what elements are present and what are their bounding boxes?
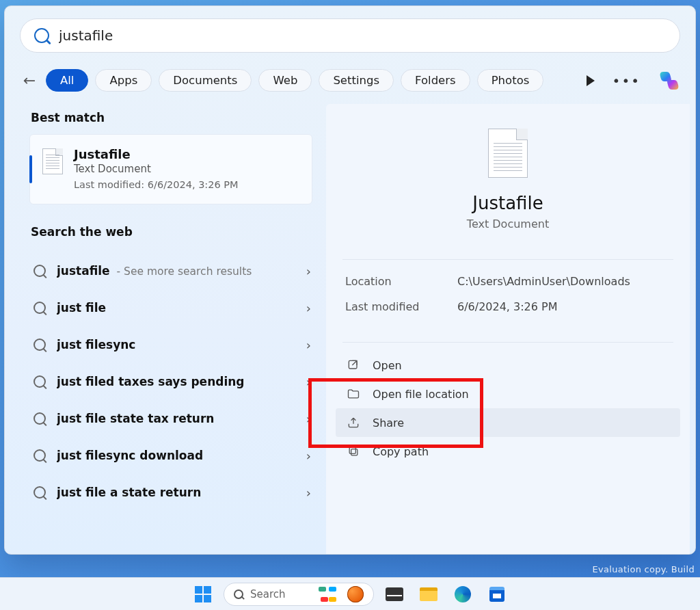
action-share-label: Share (373, 416, 404, 429)
web-suggestion[interactable]: just filed taxes says pending› (29, 363, 321, 400)
search-icon (33, 412, 46, 425)
folder-icon (347, 387, 360, 401)
web-suggestion[interactable]: justafile - See more search results› (29, 252, 321, 289)
chip-photos[interactable]: Photos (477, 69, 544, 92)
best-match-title: Justafile (74, 147, 239, 161)
chevron-right-icon: › (306, 375, 311, 389)
share-icon (347, 416, 360, 429)
folder-icon (420, 587, 438, 601)
preview-metadata: Location C:\Users\AdminUser\Downloads La… (326, 260, 690, 326)
search-icon (33, 339, 46, 351)
chip-web[interactable]: Web (258, 69, 312, 92)
chip-apps[interactable]: Apps (95, 69, 152, 92)
suggestion-text: just file state tax return (57, 412, 214, 425)
play-icon[interactable] (587, 75, 595, 86)
taskbar: Search (0, 577, 700, 610)
results-column: Best match Justafile Text Document Last … (5, 104, 326, 554)
suggestion-text: just file a state return (57, 486, 201, 499)
document-icon (42, 148, 63, 174)
web-suggestion[interactable]: just file state tax return› (29, 400, 321, 437)
search-bar[interactable] (20, 18, 680, 53)
preview-pane: Justafile Text Document Location C:\User… (326, 104, 690, 554)
basketball-icon (347, 586, 364, 602)
best-match-card[interactable]: Justafile Text Document Last modified: 6… (29, 134, 312, 204)
web-suggestion[interactable]: just filesync› (29, 326, 321, 363)
task-view-icon (386, 587, 403, 601)
file-explorer-button[interactable] (415, 581, 442, 608)
start-button[interactable] (189, 581, 217, 608)
web-suggestion[interactable]: just filesync download› (29, 437, 321, 474)
svg-rect-2 (349, 447, 355, 453)
search-icon (33, 302, 46, 314)
suggestion-text: just filesync (57, 338, 135, 352)
chip-settings[interactable]: Settings (319, 69, 394, 92)
svg-rect-6 (204, 595, 211, 602)
search-icon (33, 265, 46, 277)
action-copy-path-label: Copy path (373, 445, 429, 458)
best-match-subtitle: Text Document (74, 163, 239, 175)
chevron-right-icon: › (306, 338, 311, 352)
search-input[interactable] (59, 27, 666, 44)
search-icon (33, 375, 46, 388)
suggestion-text: justafile - See more search results (57, 264, 252, 278)
chevron-right-icon: › (306, 412, 311, 426)
chip-folders[interactable]: Folders (401, 69, 470, 92)
search-icon (33, 486, 46, 499)
document-icon (488, 129, 528, 178)
suggestion-text: just file (57, 301, 106, 315)
action-share[interactable]: Share (336, 408, 680, 437)
web-suggestion[interactable]: just file› (29, 289, 321, 326)
svg-rect-3 (195, 586, 202, 594)
open-icon (347, 358, 360, 372)
svg-rect-1 (351, 449, 358, 455)
back-arrow-icon[interactable]: ← (20, 72, 39, 89)
suggestion-text: just filesync download (57, 449, 203, 462)
action-open-label: Open (373, 359, 402, 372)
taskbar-search-label: Search (250, 588, 286, 600)
action-copy-path[interactable]: Copy path (336, 437, 680, 466)
copy-icon (347, 445, 360, 458)
best-match-heading: Best match (31, 111, 321, 124)
action-open-file-location[interactable]: Open file location (336, 380, 680, 408)
edge-button[interactable] (449, 581, 476, 608)
chevron-right-icon: › (306, 301, 311, 315)
suggestion-text: just filed taxes says pending (57, 375, 245, 388)
edge-icon (455, 586, 471, 602)
preview-subtitle: Text Document (467, 217, 549, 230)
chevron-right-icon: › (306, 486, 311, 500)
action-open[interactable]: Open (336, 351, 680, 380)
web-suggestion-list: justafile - See more search results›just… (29, 252, 321, 511)
modified-value: 6/6/2024, 3:26 PM (457, 300, 558, 313)
action-open-location-label: Open file location (373, 388, 469, 401)
location-value: C:\Users\AdminUser\Downloads (457, 275, 630, 288)
search-icon (33, 449, 46, 462)
filter-chips: ← All Apps Documents Web Settings Folder… (20, 69, 680, 92)
search-popup: ← All Apps Documents Web Settings Folder… (4, 5, 696, 555)
more-icon[interactable]: ••• (612, 72, 641, 89)
location-label: Location (345, 275, 427, 288)
copilot-icon[interactable] (658, 70, 680, 92)
web-suggestion[interactable]: just file a state return› (29, 474, 321, 511)
chip-all[interactable]: All (46, 69, 88, 92)
search-icon (34, 28, 49, 43)
preview-actions: Open Open file location Share Copy path (326, 343, 690, 474)
svg-rect-4 (204, 586, 211, 594)
chevron-right-icon: › (306, 449, 311, 463)
search-web-heading: Search the web (31, 225, 321, 239)
taskbar-search[interactable]: Search (224, 583, 374, 606)
chip-documents[interactable]: Documents (159, 69, 252, 92)
store-button[interactable] (483, 581, 511, 608)
store-icon (489, 587, 504, 602)
modified-label: Last modified (345, 300, 427, 313)
chevron-right-icon: › (306, 264, 311, 278)
evaluation-watermark: Evaluation copy. Build (593, 564, 695, 574)
preview-title: Justafile (472, 193, 543, 213)
search-icon (234, 589, 243, 599)
search-highlight-icon (319, 587, 336, 602)
best-match-modified: Last modified: 6/6/2024, 3:26 PM (74, 179, 239, 190)
svg-rect-5 (195, 595, 202, 602)
task-view-button[interactable] (381, 581, 408, 608)
